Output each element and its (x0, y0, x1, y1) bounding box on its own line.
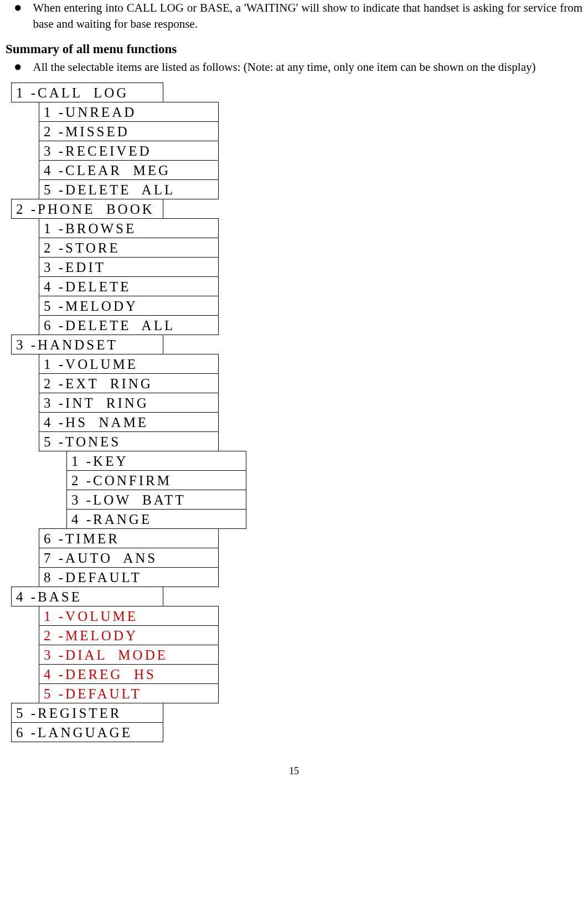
menu-item: 1 -VOLUME (39, 354, 219, 374)
menu-item: 5 -DELETE ALL (39, 179, 219, 199)
menu-item: 4 -BASE (11, 587, 163, 606)
menu-tree: 1 -CALL LOG1 -UNREAD2 -MISSED3 -RECEIVED… (6, 83, 582, 742)
bullet-icon: ● (14, 0, 22, 14)
menu-item: 4 -DELETE (39, 276, 219, 296)
menu-item: 8 -DEFAULT (39, 567, 219, 587)
menu-item: 2 -PHONE BOOK (11, 199, 163, 219)
menu-item: 1 -UNREAD (39, 102, 219, 122)
menu-item: 6 -LANGUAGE (11, 722, 163, 742)
menu-item: 3 -HANDSET (11, 335, 163, 354)
summary-text: All the selectable items are listed as f… (33, 59, 583, 75)
menu-item: 6 -TIMER (39, 528, 219, 548)
intro-text: When entering into CALL LOG or BASE, a '… (33, 0, 583, 33)
menu-item: 3 -INT RING (39, 393, 219, 413)
menu-item: 2 -EXT RING (39, 373, 219, 393)
menu-item: 3 -DIAL MODE (39, 645, 219, 665)
menu-item: 5 -DEFAULT (39, 683, 219, 703)
summary-bullet: ● All the selectable items are listed as… (14, 59, 582, 75)
menu-item: 5 -MELODY (39, 296, 219, 316)
menu-item: 5 -TONES (39, 431, 219, 451)
menu-item: 7 -AUTO ANS (39, 548, 219, 568)
menu-item: 4 -HS NAME (39, 412, 219, 432)
menu-item: 1 -KEY (66, 451, 246, 471)
intro-bullet: ● When entering into CALL LOG or BASE, a… (14, 0, 582, 33)
menu-item: 6 -DELETE ALL (39, 315, 219, 335)
menu-item: 2 -STORE (39, 238, 219, 258)
menu-item: 2 -MELODY (39, 625, 219, 645)
menu-item: 1 -BROWSE (39, 218, 219, 238)
menu-item: 4 -RANGE (66, 509, 246, 529)
menu-item: 1 -CALL LOG (11, 83, 163, 102)
menu-item: 4 -DEREG HS (39, 664, 219, 684)
menu-item: 1 -VOLUME (39, 606, 219, 626)
page-number: 15 (6, 764, 582, 778)
menu-item: 3 -EDIT (39, 257, 219, 277)
bullet-icon: ● (14, 59, 22, 74)
menu-item: 5 -REGISTER (11, 703, 163, 723)
menu-item: 3 -RECEIVED (39, 141, 219, 161)
menu-item: 2 -CONFIRM (66, 470, 246, 490)
menu-item: 4 -CLEAR MEG (39, 160, 219, 180)
summary-heading: Summary of all menu functions (6, 40, 582, 58)
menu-item: 3 -LOW BATT (66, 490, 246, 510)
menu-item: 2 -MISSED (39, 121, 219, 141)
